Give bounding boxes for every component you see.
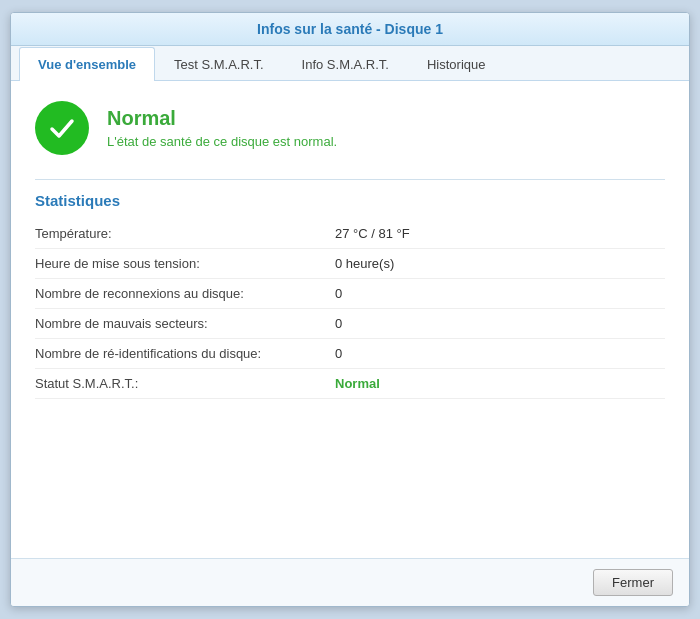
statistics-title: Statistiques xyxy=(35,192,665,209)
tab-bar: Vue d'ensemble Test S.M.A.R.T. Info S.M.… xyxy=(11,46,689,81)
stat-label-reidentifications: Nombre de ré-identifications du disque: xyxy=(35,346,335,361)
status-section: Normal L'état de santé de ce disque est … xyxy=(35,101,665,155)
stat-value-bad-sectors: 0 xyxy=(335,316,665,331)
checkmark-icon xyxy=(47,113,77,143)
status-description: L'état de santé de ce disque est normal. xyxy=(107,134,337,149)
table-row: Statut S.M.A.R.T.: Normal xyxy=(35,369,665,399)
stat-value-reidentifications: 0 xyxy=(335,346,665,361)
dialog: Infos sur la santé - Disque 1 Vue d'ense… xyxy=(10,12,690,607)
stat-label-reconnections: Nombre de reconnexions au disque: xyxy=(35,286,335,301)
dialog-title: Infos sur la santé - Disque 1 xyxy=(11,13,689,46)
stat-value-reconnections: 0 xyxy=(335,286,665,301)
status-title: Normal xyxy=(107,107,337,130)
stat-label-power-on: Heure de mise sous tension: xyxy=(35,256,335,271)
tab-overview[interactable]: Vue d'ensemble xyxy=(19,47,155,81)
stat-value-temperature: 27 °C / 81 °F xyxy=(335,226,665,241)
close-button[interactable]: Fermer xyxy=(593,569,673,596)
tab-history[interactable]: Historique xyxy=(408,47,505,81)
stat-label-smart-status: Statut S.M.A.R.T.: xyxy=(35,376,335,391)
status-icon xyxy=(35,101,89,155)
table-row: Nombre de ré-identifications du disque: … xyxy=(35,339,665,369)
stat-value-smart-status: Normal xyxy=(335,376,665,391)
tab-smart-test[interactable]: Test S.M.A.R.T. xyxy=(155,47,283,81)
statistics-section: Statistiques Température: 27 °C / 81 °F … xyxy=(35,179,665,399)
stat-label-temperature: Température: xyxy=(35,226,335,241)
stat-label-bad-sectors: Nombre de mauvais secteurs: xyxy=(35,316,335,331)
table-row: Température: 27 °C / 81 °F xyxy=(35,219,665,249)
table-row: Nombre de mauvais secteurs: 0 xyxy=(35,309,665,339)
tab-smart-info[interactable]: Info S.M.A.R.T. xyxy=(283,47,408,81)
dialog-footer: Fermer xyxy=(11,558,689,606)
table-row: Nombre de reconnexions au disque: 0 xyxy=(35,279,665,309)
main-content: Normal L'état de santé de ce disque est … xyxy=(11,81,689,558)
table-row: Heure de mise sous tension: 0 heure(s) xyxy=(35,249,665,279)
status-text: Normal L'état de santé de ce disque est … xyxy=(107,107,337,149)
stat-value-power-on: 0 heure(s) xyxy=(335,256,665,271)
